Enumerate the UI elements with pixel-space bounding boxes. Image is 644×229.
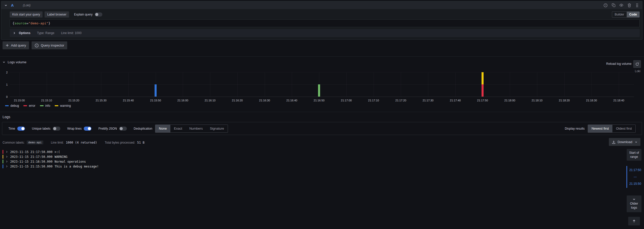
chart-bar-debug[interactable] [155,84,157,97]
log-timestamp: 2023-11-15 21:16:50.000 [10,160,52,163]
label-browser-button[interactable]: Label browser [45,11,69,18]
download-button[interactable]: Download [609,138,640,146]
x-axis-tick-label: 21:17:50 [477,99,488,102]
copy-query-icon[interactable] [611,3,615,7]
drag-handle-icon[interactable] [635,3,639,7]
display-results-control: Display results Newest firstOldest first [565,125,636,133]
range-separator: — [634,175,637,179]
toggle-knob [120,127,123,130]
download-label: Download [618,140,632,144]
query-operator: = [26,21,29,25]
reload-log-volume-label[interactable]: Reload log volume [606,62,632,66]
chart-gridline-v [592,72,592,97]
dedup-signature[interactable]: Signature [206,125,228,132]
legend-item-debug[interactable]: debug [5,104,19,108]
query-label-key: source [15,21,26,25]
reload-log-volume-button[interactable] [633,60,641,68]
x-axis-tick-label: 21:17:40 [450,99,461,102]
log-range-selector[interactable]: 21:17:50 — 21:15:50 [626,166,642,188]
log-row-expand-chevron-icon[interactable] [6,165,8,167]
log-row[interactable]: 2023-11-15 21:16:50.000Normal operations [3,159,621,164]
chart-gridline-v [292,72,292,97]
logs-meta-row: Common labels: demo-api Line limit: 1000… [3,141,152,144]
toggle-knob [95,13,98,16]
scroll-to-top-button[interactable] [628,217,640,225]
mode-code[interactable]: Code [627,12,639,17]
query-inspector-label: Query inspector [41,43,64,47]
logs-volume-chevron-down-icon [3,61,5,64]
total-bytes-value: 51 B [137,141,145,144]
download-chevron-down-icon [635,141,637,143]
toggle-prettify-json[interactable] [119,127,127,131]
toggle-item-wrap-lines: Wrap lines [67,127,91,131]
x-axis-tick-label: 21:15:20 [68,99,79,102]
total-bytes-label: Total bytes processed: [105,141,135,144]
options-chevron-right-icon[interactable] [13,32,16,34]
legend-item-warning[interactable]: warning [55,104,71,108]
logs-volume-chart-plot[interactable] [10,72,634,97]
toggle-label-wrap-lines: Wrap lines [67,127,81,130]
y-axis-tick-label: 1 [6,83,8,86]
x-axis-tick-label: 21:17:00 [341,99,352,102]
chart-gridline-v [101,72,101,97]
x-axis-tick-label: 21:15:00 [14,99,25,102]
mode-builder[interactable]: Builder [612,12,627,17]
log-message: >:( [54,150,60,154]
toggle-wrap-lines[interactable] [84,127,91,131]
logs-volume-datasource-label: Loki [635,69,640,73]
add-query-button[interactable]: Add query [3,41,29,49]
refresh-icon [635,62,639,66]
query-ref-id[interactable]: A [11,3,14,7]
query-actions-row: Add query i Query inspector [3,41,67,49]
help-icon[interactable]: ? [604,3,608,7]
logs-volume-header[interactable]: Logs volume [3,60,26,64]
log-row[interactable]: 2023-11-15 21:15:50.000This is a debug m… [3,164,621,169]
x-axis-tick-label: 21:16:40 [286,99,297,102]
log-rows-list: 2023-11-15 21:17:50.000>:(2023-11-15 21:… [3,149,621,169]
log-row-expand-chevron-icon[interactable] [6,156,8,158]
explore-page: A (Loki) ? [0,0,644,229]
order-newest-first[interactable]: Newest first [588,125,612,132]
legend-item-info[interactable]: info [40,104,50,108]
query-code-input[interactable]: {source="demo-api"} [10,19,640,27]
dedup-exact[interactable]: Exact [170,125,186,132]
info-circle-icon: i [35,43,39,48]
order-oldest-first[interactable]: Oldest first [612,125,635,132]
toggle-knob [53,127,56,130]
x-axis-tick-label: 21:18:40 [613,99,624,102]
toggle-time[interactable] [17,127,25,131]
hide-response-eye-icon[interactable] [619,3,623,7]
chart-gridline-v [210,72,210,97]
older-logs-button[interactable]: Older logs [627,195,641,212]
query-editor-body: Kick start your query Label browser Expl… [1,9,642,39]
log-row[interactable]: 2023-11-15 21:17:50.000WARNING [3,154,621,159]
chart-gridline-v [128,72,129,97]
x-axis-tick-label: 21:18:30 [586,99,597,102]
log-row-expand-chevron-icon[interactable] [6,151,8,153]
chart-bar-error[interactable] [482,84,484,97]
x-axis-tick-label: 21:16:30 [259,99,270,102]
toggle-unique-labels[interactable] [53,127,60,131]
deduplication-group: NoneExactNumbersSignature [155,125,228,133]
remove-query-trash-icon[interactable] [627,3,631,7]
collapse-query-chevron-down-icon[interactable] [4,4,7,7]
log-timestamp: 2023-11-15 21:17:50.000 [10,150,52,154]
kick-start-query-button[interactable]: Kick start your query [10,11,43,18]
dedup-numbers[interactable]: Numbers [186,125,206,132]
log-row-expand-chevron-icon[interactable] [6,160,8,163]
chart-bar-warning[interactable] [482,72,484,84]
query-inspector-button[interactable]: i Query inspector [32,41,67,49]
x-axis-tick-label: 21:16:50 [314,99,325,102]
query-options-row[interactable]: Options Type: Range Line limit: 1000 [10,29,640,37]
toggle-item-time: Time [8,127,25,131]
toggle-knob [21,127,24,130]
explain-query-toggle[interactable] [95,12,102,17]
chart-gridline-v [374,72,374,97]
x-axis-tick-label: 21:16:20 [232,99,243,102]
y-axis-tick-label: 2 [6,71,8,74]
chart-bar-info[interactable] [318,84,320,97]
common-labels-label: Common labels: [3,141,25,144]
log-row[interactable]: 2023-11-15 21:17:50.000>:( [3,149,621,154]
legend-item-error[interactable]: error [23,104,35,108]
dedup-none[interactable]: None [155,125,170,132]
